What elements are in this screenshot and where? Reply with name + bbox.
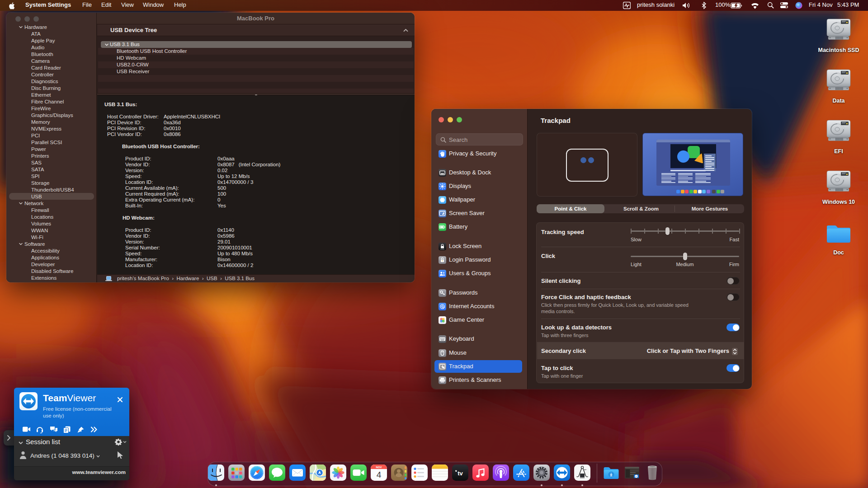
svg-text:4: 4 — [376, 470, 381, 479]
svg-text:NOV: NOV — [376, 466, 382, 469]
svg-text:tv: tv — [458, 470, 463, 477]
